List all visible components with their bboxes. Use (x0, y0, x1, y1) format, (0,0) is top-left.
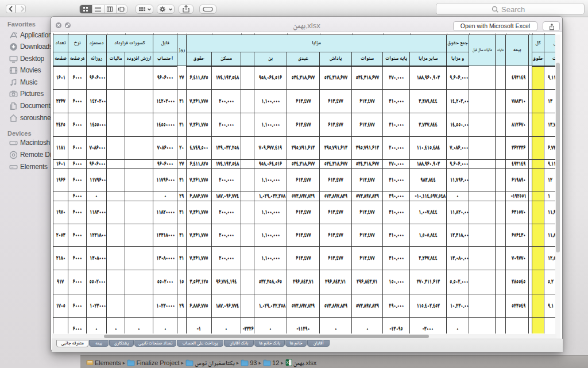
svg-text:X: X (286, 361, 289, 365)
